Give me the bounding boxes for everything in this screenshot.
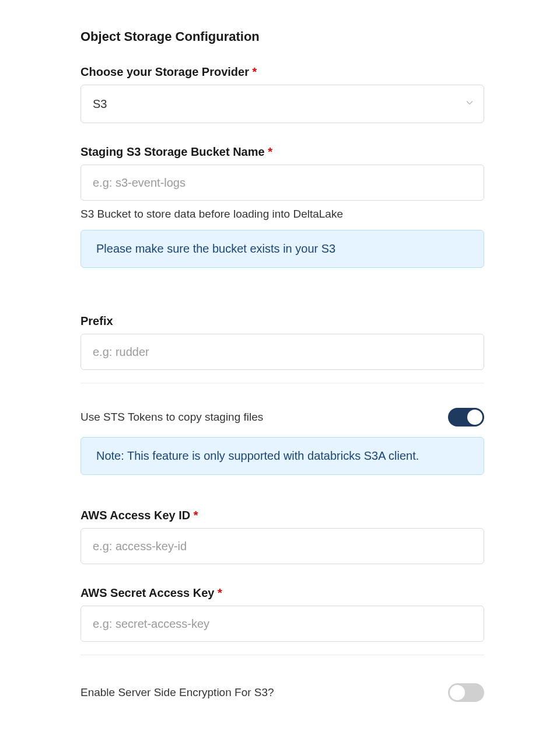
toggle-knob [450, 685, 465, 700]
field-sse-toggle: Enable Server Side Encryption For S3? [80, 683, 484, 702]
label-sse: Enable Server Side Encryption For S3? [80, 686, 274, 699]
field-storage-provider: Choose your Storage Provider * S3 [80, 65, 484, 123]
field-access-key-id: AWS Access Key ID * [80, 509, 484, 564]
required-asterisk: * [268, 145, 272, 158]
divider [80, 383, 484, 383]
input-access-key-id[interactable] [80, 528, 484, 564]
toggle-knob [467, 410, 482, 425]
label-text: AWS Secret Access Key [80, 586, 214, 599]
info-sts: Note: This feature is only supported wit… [80, 437, 484, 475]
field-secret-access-key: AWS Secret Access Key * [80, 586, 484, 642]
field-prefix: Prefix [80, 314, 484, 370]
required-asterisk: * [218, 586, 222, 599]
select-text: S3 [93, 97, 107, 111]
input-secret-access-key[interactable] [80, 606, 484, 642]
label-sts: Use STS Tokens to copy staging files [80, 411, 263, 424]
required-asterisk: * [253, 65, 257, 78]
select-storage-provider[interactable]: S3 [80, 85, 484, 123]
label-bucket-name: Staging S3 Storage Bucket Name * [80, 145, 484, 159]
input-prefix[interactable] [80, 334, 484, 370]
field-bucket-name: Staging S3 Storage Bucket Name * S3 Buck… [80, 145, 484, 268]
input-bucket-name[interactable] [80, 165, 484, 201]
label-storage-provider: Choose your Storage Provider * [80, 65, 484, 79]
toggle-sse[interactable] [448, 683, 484, 702]
field-sts-toggle: Use STS Tokens to copy staging files [80, 408, 484, 427]
label-access-key-id: AWS Access Key ID * [80, 509, 484, 522]
divider [80, 655, 484, 655]
info-bucket-name: Please make sure the bucket exists in yo… [80, 230, 484, 268]
toggle-sts[interactable] [448, 408, 484, 427]
label-prefix: Prefix [80, 314, 484, 328]
required-asterisk: * [194, 509, 198, 522]
label-text: Choose your Storage Provider [80, 65, 249, 78]
label-text: AWS Access Key ID [80, 509, 190, 522]
select-value: S3 [80, 85, 484, 123]
label-secret-access-key: AWS Secret Access Key * [80, 586, 484, 600]
section-title: Object Storage Configuration [80, 29, 484, 44]
help-bucket-name: S3 Bucket to store data before loading i… [80, 208, 484, 221]
label-text: Staging S3 Storage Bucket Name [80, 145, 265, 158]
